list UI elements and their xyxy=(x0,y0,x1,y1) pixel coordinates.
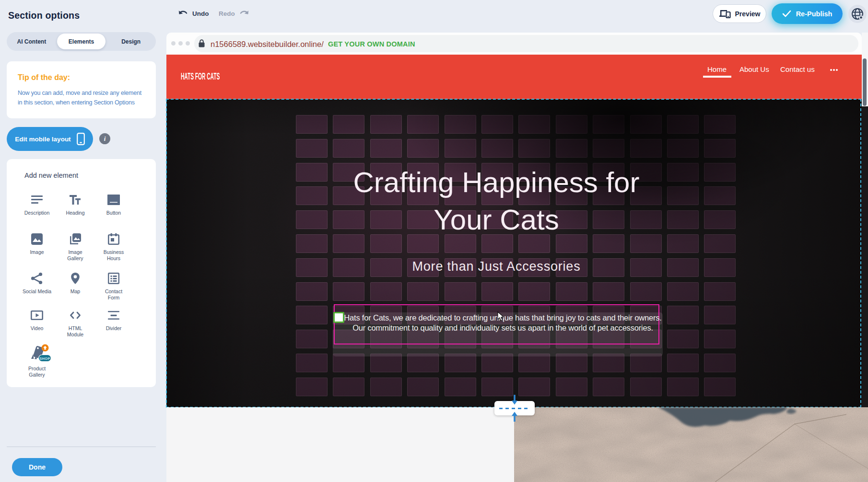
svg-text:SHOP: SHOP xyxy=(39,356,50,361)
